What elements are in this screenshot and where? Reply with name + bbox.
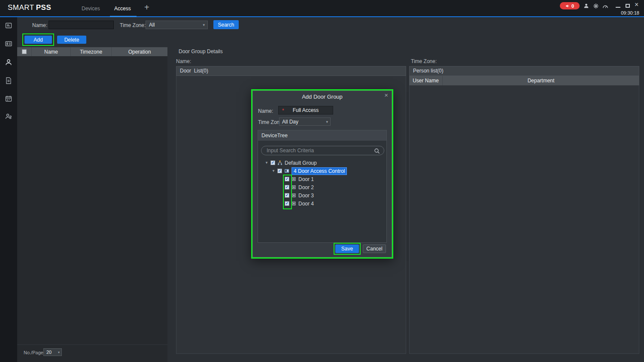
- device-tree-body: ▼ ✓ Default Group ▼ ✓ 4 Door Access Cont…: [258, 141, 386, 242]
- delete-button[interactable]: Delete: [57, 36, 86, 44]
- dialog-timezone-value: All Day: [282, 119, 298, 125]
- alarm-badge[interactable]: 0: [560, 2, 580, 9]
- group-checkbox[interactable]: ✓: [270, 160, 275, 165]
- tree-expand-icon[interactable]: ▼: [272, 169, 275, 173]
- console-icon[interactable]: [5, 22, 12, 30]
- select-all-checkbox[interactable]: [22, 49, 27, 54]
- device-tree-panel: DeviceTree ▼ ✓ Default Group ▼ ✓ 4 Door …: [258, 130, 387, 243]
- user-permission-icon[interactable]: [5, 113, 12, 121]
- close-window-button[interactable]: ×: [635, 1, 638, 8]
- add-button[interactable]: Add: [24, 36, 52, 44]
- page-size-value: 20: [46, 350, 52, 355]
- details-name-label: Name:: [176, 58, 191, 64]
- speaker-icon: [565, 4, 570, 8]
- titlebar: SMARTPSS Devices Access + 0 × 09:30:18: [0, 0, 644, 17]
- maximize-button[interactable]: [626, 4, 630, 8]
- user-icon[interactable]: [5, 58, 12, 66]
- tree-row-door[interactable]: ✓ Door 1: [258, 175, 386, 183]
- door-icon: [292, 201, 296, 206]
- tree-row-device[interactable]: ▼ ✓ 4 Door Access Control: [258, 167, 386, 175]
- door-checkbox[interactable]: ✓: [285, 193, 289, 198]
- door-checkbox[interactable]: ✓: [285, 177, 289, 181]
- save-button-annotation: Save: [334, 243, 361, 255]
- column-header-name[interactable]: Name: [32, 47, 71, 56]
- logo-smart: SMART: [8, 3, 34, 12]
- column-header-department[interactable]: Department: [443, 76, 639, 85]
- device-checkbox[interactable]: ✓: [277, 169, 282, 173]
- door-checkbox[interactable]: ✓: [285, 185, 289, 190]
- page-size-select[interactable]: 20 ▾: [43, 348, 62, 356]
- details-timezone-label: Time Zone:: [411, 58, 437, 64]
- chevron-down-icon: ▾: [58, 350, 60, 354]
- settings-gear-icon[interactable]: [592, 3, 599, 9]
- filter-timezone-value: All: [149, 22, 155, 28]
- door-icon: [292, 185, 296, 190]
- dialog-name-input[interactable]: * Full Access: [278, 106, 333, 115]
- log-document-icon[interactable]: [5, 77, 12, 84]
- device-label-selected[interactable]: 4 Door Access Control: [292, 167, 347, 175]
- alarm-count: 0: [571, 3, 574, 9]
- dialog-timezone-select[interactable]: All Day ▾: [279, 118, 331, 126]
- id-card-icon[interactable]: [5, 40, 12, 48]
- door-label: Door 1: [298, 176, 314, 182]
- column-header-timezone[interactable]: Timezone: [71, 47, 112, 56]
- add-button-annotation: Add: [22, 33, 54, 46]
- minimize-button[interactable]: [616, 7, 620, 8]
- group-label: Default Group: [285, 160, 317, 166]
- tree-row-group[interactable]: ▼ ✓ Default Group: [258, 159, 386, 167]
- device-icon: [284, 169, 289, 173]
- left-sidebar: [0, 17, 17, 362]
- tree-row-door[interactable]: ✓ Door 4: [258, 199, 386, 208]
- tree-search-box: [261, 146, 384, 155]
- door-checkbox[interactable]: ✓: [285, 201, 289, 206]
- dialog-title: Add Door Group: [252, 94, 392, 100]
- tree-row-door[interactable]: ✓ Door 3: [258, 191, 386, 199]
- device-tree: ▼ ✓ Default Group ▼ ✓ 4 Door Access Cont…: [258, 159, 386, 208]
- page-size-label: No./Page: [24, 350, 43, 355]
- select-all-cell: [17, 47, 32, 56]
- column-header-username[interactable]: User Name: [409, 76, 443, 85]
- required-asterisk: *: [282, 108, 284, 114]
- tree-expand-icon[interactable]: ▼: [265, 161, 268, 165]
- cancel-button[interactable]: Cancel: [363, 244, 386, 253]
- search-button[interactable]: Search: [213, 20, 239, 29]
- column-header-operation[interactable]: Operation: [112, 47, 167, 56]
- app-logo: SMARTPSS: [8, 3, 51, 12]
- dialog-name-label: Name:: [258, 108, 273, 114]
- add-door-group-dialog: Add Door Group × Name: * Full Access Tim…: [251, 89, 393, 259]
- group-table-header: Name Timezone Operation: [17, 47, 167, 56]
- user-account-icon[interactable]: [583, 3, 589, 9]
- door-icon: [292, 193, 296, 198]
- door-group-details-title: Door Group Details: [179, 48, 223, 54]
- tree-search-input[interactable]: [261, 146, 384, 155]
- filter-timezone-label: Time Zone:: [120, 22, 146, 28]
- door-label: Door 4: [298, 201, 314, 207]
- pagination-divider: [17, 344, 167, 345]
- filter-name-input[interactable]: [49, 21, 114, 29]
- tree-row-door[interactable]: ✓ Door 2: [258, 183, 386, 191]
- save-button[interactable]: Save: [335, 244, 359, 253]
- search-icon: [374, 148, 380, 154]
- add-tab-button[interactable]: +: [144, 3, 149, 12]
- filter-name-label: Name:: [32, 22, 47, 28]
- person-table-body: [409, 85, 639, 354]
- active-tab-underline: [110, 16, 137, 17]
- door-label: Door 2: [298, 184, 314, 190]
- clock: 09:30:18: [621, 10, 639, 15]
- door-icon: [292, 177, 296, 181]
- filter-timezone-select[interactable]: All ▾: [146, 21, 208, 29]
- dialog-name-value: Full Access: [293, 107, 319, 113]
- close-icon[interactable]: ×: [384, 92, 388, 98]
- group-icon: [277, 160, 283, 165]
- device-tree-title: DeviceTree: [258, 130, 386, 141]
- calendar-icon[interactable]: [5, 95, 12, 103]
- logo-pss: PSS: [36, 3, 52, 12]
- performance-gauge-icon[interactable]: [602, 3, 608, 9]
- door-list-header: Door List(0): [176, 66, 406, 76]
- tab-devices[interactable]: Devices: [82, 6, 100, 12]
- chevron-down-icon: ▾: [326, 120, 328, 124]
- person-table-header: User Name Department: [409, 76, 639, 85]
- door-label: Door 3: [298, 193, 314, 199]
- tab-access[interactable]: Access: [114, 6, 131, 12]
- chevron-down-icon: ▾: [203, 23, 205, 27]
